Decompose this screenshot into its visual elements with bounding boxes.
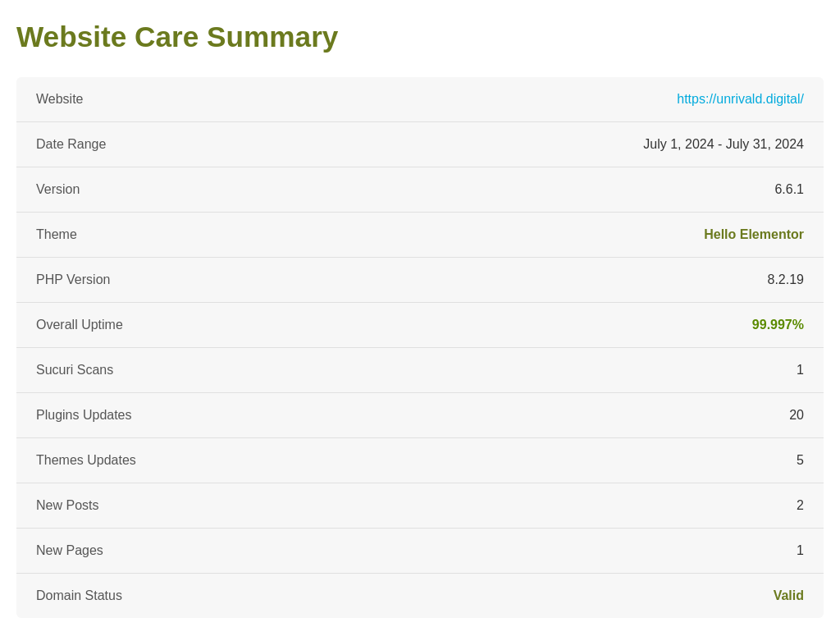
- row-sucuri-scans: Sucuri Scans1: [16, 348, 824, 393]
- value-new-posts: 2: [797, 498, 804, 513]
- label-theme: Theme: [36, 227, 77, 242]
- value-theme: Hello Elementor: [704, 227, 804, 242]
- row-new-posts: New Posts2: [16, 483, 824, 529]
- row-domain-status: Domain StatusValid: [16, 574, 824, 618]
- row-overall-uptime: Overall Uptime99.997%: [16, 303, 824, 348]
- label-version: Version: [36, 182, 80, 197]
- label-domain-status: Domain Status: [36, 588, 122, 603]
- row-themes-updates: Themes Updates5: [16, 438, 824, 483]
- label-sucuri-scans: Sucuri Scans: [36, 363, 113, 378]
- summary-table: Websitehttps://unrivald.digital/Date Ran…: [16, 77, 824, 618]
- value-date-range: July 1, 2024 - July 31, 2024: [643, 137, 804, 152]
- label-overall-uptime: Overall Uptime: [36, 318, 123, 332]
- label-plugins-updates: Plugins Updates: [36, 408, 132, 423]
- value-domain-status: Valid: [774, 588, 804, 603]
- row-website: Websitehttps://unrivald.digital/: [16, 77, 824, 122]
- value-php-version: 8.2.19: [768, 272, 804, 287]
- row-php-version: PHP Version8.2.19: [16, 258, 824, 303]
- value-plugins-updates: 20: [789, 408, 804, 423]
- label-date-range: Date Range: [36, 137, 106, 152]
- label-website: Website: [36, 92, 84, 107]
- row-version: Version6.6.1: [16, 167, 824, 213]
- label-php-version: PHP Version: [36, 272, 110, 287]
- value-new-pages: 1: [797, 543, 804, 558]
- row-new-pages: New Pages1: [16, 529, 824, 574]
- page-title: Website Care Summary: [16, 20, 824, 54]
- label-new-posts: New Posts: [36, 498, 98, 513]
- row-theme: ThemeHello Elementor: [16, 213, 824, 258]
- value-overall-uptime: 99.997%: [752, 318, 804, 332]
- value-version: 6.6.1: [774, 182, 804, 197]
- row-date-range: Date RangeJuly 1, 2024 - July 31, 2024: [16, 122, 824, 167]
- value-themes-updates: 5: [797, 453, 804, 468]
- value-website[interactable]: https://unrivald.digital/: [677, 92, 804, 107]
- row-plugins-updates: Plugins Updates20: [16, 393, 824, 438]
- label-new-pages: New Pages: [36, 543, 103, 558]
- value-sucuri-scans: 1: [797, 363, 804, 378]
- label-themes-updates: Themes Updates: [36, 453, 136, 468]
